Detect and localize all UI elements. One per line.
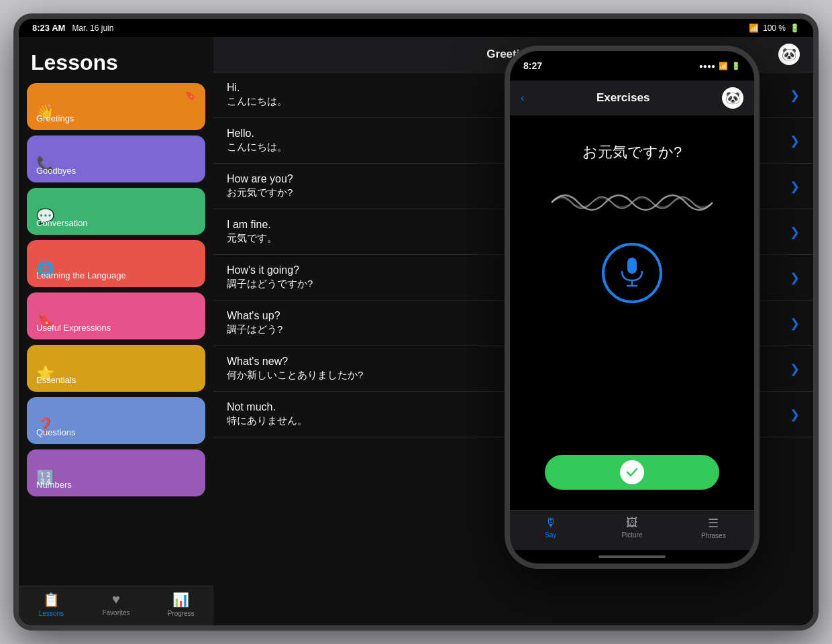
say-tab-icon: 🎙: [545, 516, 557, 530]
iphone-title: Exercises: [596, 91, 649, 105]
chevron-right-icon: ❯: [790, 362, 800, 376]
sidebar: Lessons 👋 🔖 Greetings 📞 Goodbyes 💬 Conve…: [19, 37, 213, 625]
phrases-tab-icon: ☰: [708, 516, 719, 531]
iphone-panda-icon: 🐼: [722, 87, 743, 109]
tab-favorites[interactable]: ♥ Favorites: [84, 592, 149, 617]
iphone-time: 8:27: [523, 60, 542, 71]
waveform-svg: [552, 184, 713, 221]
ipad-date: Mar. 16 juin: [72, 23, 113, 33]
iphone-wifi-icon: 📶: [719, 62, 728, 70]
chevron-right-icon: ❯: [790, 179, 800, 194]
phrase-jp-1: こんにちは。: [227, 141, 287, 154]
chevron-right-icon: ❯: [790, 133, 800, 148]
progress-tab-label: Progress: [168, 610, 195, 617]
phrase-jp-3: 元気です。: [227, 232, 277, 245]
svg-rect-0: [627, 258, 637, 274]
battery-icon: 🔋: [790, 23, 800, 33]
lesson-card-questions[interactable]: ❓ Questions: [27, 397, 205, 444]
panda-icon: 🐼: [778, 44, 800, 65]
iphone-notch: [592, 51, 672, 70]
wifi-icon: 📶: [749, 23, 759, 33]
phrase-text-7: Not much. 特にありません。: [227, 401, 307, 427]
greetings-label: Greetings: [36, 113, 74, 123]
phrase-text-0: Hi. こんにちは。: [227, 82, 287, 108]
iphone-tab-bar: 🎙 Say 🖼 Picture ☰ Phrases: [510, 510, 754, 550]
phrase-en-2: How are you?: [227, 173, 293, 185]
phrase-text-6: What's new? 何か新しいことありましたか?: [227, 356, 363, 382]
sidebar-lessons: 👋 🔖 Greetings 📞 Goodbyes 💬 Conversation …: [19, 83, 213, 586]
sidebar-title: Lessons: [19, 37, 213, 83]
phrase-jp-7: 特にありません。: [227, 415, 307, 427]
success-check-icon: [620, 460, 644, 484]
iphone-tab-picture[interactable]: 🖼 Picture: [591, 516, 672, 539]
ipad-frame: 8:23 AM Mar. 16 juin 📶 100 % 🔋 Lessons 👋…: [13, 13, 819, 631]
phrase-en-3: I am fine.: [227, 219, 277, 231]
expressions-label: Useful Expressions: [36, 323, 111, 333]
phrase-en-1: Hello.: [227, 127, 287, 140]
success-bar[interactable]: [545, 455, 719, 490]
phrase-text-1: Hello. こんにちは。: [227, 127, 287, 154]
lesson-card-greetings[interactable]: 👋 🔖 Greetings: [27, 83, 205, 130]
phrase-text-5: What's up? 調子はどう?: [227, 310, 282, 336]
lesson-card-numbers[interactable]: 🔢 Numbers: [27, 449, 205, 496]
tab-lessons[interactable]: 📋 Lessons: [19, 592, 84, 617]
bookmark-icon: 🔖: [185, 90, 196, 101]
iphone-tab-phrases[interactable]: ☰ Phrases: [673, 516, 754, 539]
phrase-en-0: Hi.: [227, 82, 287, 94]
iphone-header: ‹ Exercises 🐼: [510, 80, 754, 115]
picture-tab-icon: 🖼: [626, 516, 638, 530]
iphone-battery-icon: 🔋: [731, 62, 741, 70]
ipad-time: 8:23 AM: [32, 23, 65, 33]
questions-label: Questions: [36, 427, 76, 437]
conversation-label: Conversation: [36, 218, 88, 228]
lesson-card-language[interactable]: 🌐 Learning the Language: [27, 240, 205, 287]
lessons-tab-label: Lessons: [39, 610, 64, 617]
phrase-text-2: How are you? お元気ですか?: [227, 173, 293, 199]
chevron-left-icon: ‹: [521, 92, 524, 104]
phrase-en-5: What's up?: [227, 310, 282, 322]
phrase-jp-5: 調子はどう?: [227, 323, 282, 336]
lessons-tab-icon: 📋: [43, 592, 60, 608]
phrase-text-4: How's it going? 調子はどうですか?: [227, 264, 313, 290]
checkmark-icon: [625, 465, 639, 480]
numbers-label: Numbers: [36, 480, 72, 490]
tab-progress[interactable]: 📊 Progress: [148, 592, 213, 617]
lesson-card-goodbyes[interactable]: 📞 Goodbyes: [27, 136, 205, 182]
phrases-tab-label: Phrases: [701, 532, 726, 539]
waveform-container: [552, 182, 713, 223]
battery-text: 100 %: [763, 23, 786, 33]
phrase-text-3: I am fine. 元気です。: [227, 219, 277, 245]
iphone-body: お元気ですか?: [510, 115, 754, 510]
lesson-card-expressions[interactable]: 🔖 Useful Expressions: [27, 292, 205, 339]
ipad-status-right: 📶 100 % 🔋: [749, 23, 800, 33]
picture-tab-label: Picture: [621, 531, 642, 539]
home-indicator: [599, 555, 666, 558]
language-label: Learning the Language: [36, 270, 126, 280]
iphone-status-bar: 8:27 ●●●● 📶 🔋: [510, 51, 754, 80]
essentials-label: Essentials: [36, 375, 76, 385]
phrase-en-7: Not much.: [227, 401, 307, 413]
progress-tab-icon: 📊: [172, 592, 189, 608]
lesson-card-conversation[interactable]: 💬 Conversation: [27, 188, 205, 235]
chevron-right-icon: ❯: [790, 407, 800, 422]
phrase-en-4: How's it going?: [227, 264, 313, 276]
phrase-jp-4: 調子はどうですか?: [227, 278, 313, 290]
goodbyes-label: Goodbyes: [36, 166, 76, 176]
exercise-question: お元気ですか?: [582, 142, 682, 162]
ipad-status-bar: 8:23 AM Mar. 16 juin 📶 100 % 🔋: [19, 19, 813, 37]
phrase-en-6: What's new?: [227, 356, 363, 368]
chevron-right-icon: ❯: [790, 88, 800, 103]
phrase-jp-2: お元気ですか?: [227, 186, 293, 199]
mic-button[interactable]: [602, 243, 662, 303]
iphone-tab-say[interactable]: 🎙 Say: [510, 516, 591, 539]
phrase-jp-0: こんにちは。: [227, 95, 287, 108]
chevron-right-icon: ❯: [790, 225, 800, 239]
chevron-right-icon: ❯: [790, 270, 800, 285]
iphone-home-bar: [510, 550, 754, 564]
say-tab-label: Say: [545, 531, 556, 539]
back-button[interactable]: ‹: [521, 92, 524, 104]
signal-icon: ●●●●: [699, 62, 715, 70]
favorites-tab-label: Favorites: [102, 609, 129, 616]
iphone-status-right: ●●●● 📶 🔋: [699, 62, 741, 70]
lesson-card-essentials[interactable]: ⭐ Essentials: [27, 345, 205, 392]
